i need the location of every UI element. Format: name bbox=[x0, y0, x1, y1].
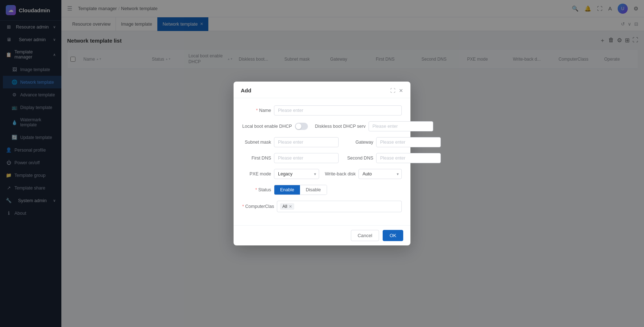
diskless-boot-label: Diskless boot DHCP serv bbox=[315, 124, 366, 129]
pxe-mode-label: PXE mode bbox=[242, 171, 271, 176]
diskless-boot-field: Diskless boot DHCP serv bbox=[315, 121, 433, 131]
status-field: Status Enable Disable bbox=[242, 185, 327, 195]
status-disable-button[interactable]: Disable bbox=[300, 185, 327, 195]
cancel-button[interactable]: Cancel bbox=[351, 230, 379, 241]
tag-label: All bbox=[282, 204, 287, 209]
gateway-label: Gateway bbox=[344, 140, 373, 145]
pxe-mode-field: PXE mode Legacy UEFI Auto bbox=[242, 169, 319, 179]
form-field-name: Name bbox=[242, 105, 402, 115]
ok-button[interactable]: OK bbox=[383, 230, 403, 241]
tag-all: All ✕ bbox=[280, 203, 294, 210]
local-boot-field: Local boot enable DHCP bbox=[242, 123, 308, 130]
second-dns-label: Second DNS bbox=[344, 156, 373, 161]
name-label: Name bbox=[242, 108, 271, 113]
name-input[interactable] bbox=[274, 105, 402, 115]
subnet-mask-input[interactable] bbox=[274, 137, 339, 147]
computer-class-label: ComputerClas bbox=[242, 204, 274, 209]
modal-overlay: Add ⛶ ✕ Name Local boot enable DHCP bbox=[0, 0, 644, 327]
write-back-select[interactable]: Auto Manual bbox=[358, 169, 402, 179]
write-back-label: Write-back disk bbox=[325, 171, 356, 176]
diskless-boot-input[interactable] bbox=[369, 121, 433, 131]
modal-expand-icon[interactable]: ⛶ bbox=[390, 88, 395, 93]
status-enable-button[interactable]: Enable bbox=[274, 185, 300, 195]
status-button-group: Enable Disable bbox=[274, 185, 327, 195]
subnet-mask-label: Subnet mask bbox=[242, 140, 271, 145]
add-modal: Add ⛶ ✕ Name Local boot enable DHCP bbox=[234, 82, 410, 245]
form-row-computer-class: ComputerClas All ✕ bbox=[242, 201, 402, 212]
computer-class-field: ComputerClas All ✕ bbox=[242, 201, 402, 212]
first-dns-field: First DNS bbox=[242, 153, 339, 163]
form-row-pxe-writeback: PXE mode Legacy UEFI Auto Write-back dis… bbox=[242, 169, 402, 179]
write-back-field: Write-back disk Auto Manual bbox=[325, 169, 402, 179]
local-boot-toggle[interactable] bbox=[295, 123, 308, 130]
pxe-mode-select[interactable]: Legacy UEFI Auto bbox=[274, 169, 319, 179]
form-row-subnet-gateway: Subnet mask Gateway bbox=[242, 137, 402, 147]
gateway-field: Gateway bbox=[344, 137, 441, 147]
form-row-boot: Local boot enable DHCP Diskless boot DHC… bbox=[242, 121, 402, 131]
modal-header-actions: ⛶ ✕ bbox=[390, 88, 403, 93]
first-dns-input[interactable] bbox=[274, 153, 339, 163]
first-dns-label: First DNS bbox=[242, 156, 271, 161]
tag-close-icon[interactable]: ✕ bbox=[289, 204, 292, 209]
modal-header: Add ⛶ ✕ bbox=[234, 82, 410, 98]
modal-close-icon[interactable]: ✕ bbox=[399, 88, 403, 93]
form-row-name: Name bbox=[242, 105, 402, 115]
form-row-dns: First DNS Second DNS bbox=[242, 153, 402, 163]
second-dns-input[interactable] bbox=[376, 153, 441, 163]
gateway-input[interactable] bbox=[376, 137, 441, 147]
status-label: Status bbox=[242, 187, 271, 192]
modal-body: Name Local boot enable DHCP Diskless boo… bbox=[234, 98, 410, 225]
computer-class-input[interactable]: All ✕ bbox=[277, 201, 402, 212]
local-boot-label: Local boot enable DHCP bbox=[242, 124, 292, 129]
modal-footer: Cancel OK bbox=[234, 225, 410, 245]
second-dns-field: Second DNS bbox=[344, 153, 441, 163]
form-row-status: Status Enable Disable bbox=[242, 185, 402, 195]
subnet-mask-field: Subnet mask bbox=[242, 137, 339, 147]
modal-title: Add bbox=[241, 87, 251, 93]
